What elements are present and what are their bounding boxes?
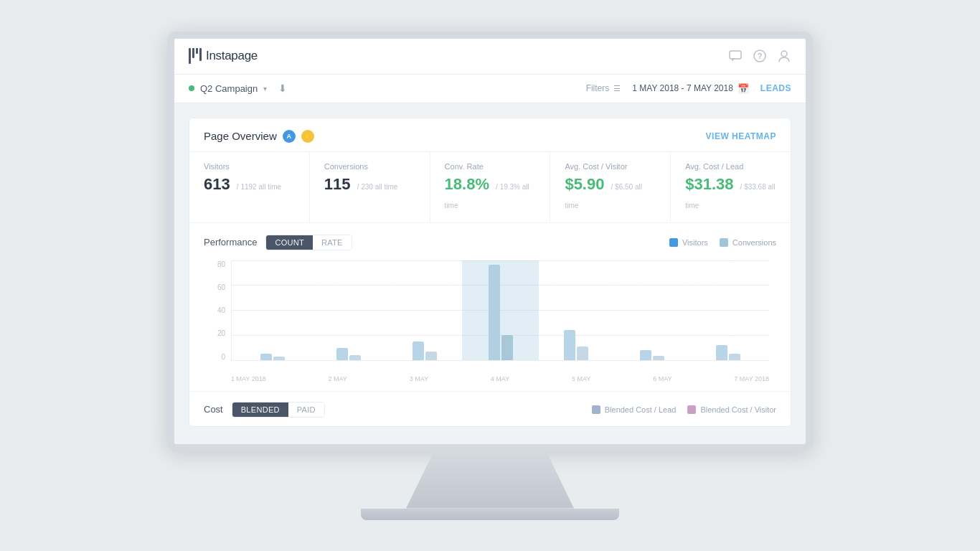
x-label-6: 6 MAY [653, 375, 672, 382]
svg-point-7 [781, 51, 787, 57]
app-title: Instapage [206, 49, 258, 63]
performance-tab-group: COUNT RATE [265, 235, 352, 250]
logo-icon [189, 48, 202, 64]
avg-cost-lead-value: $31.38 / $33.68 all time [685, 175, 776, 212]
svg-rect-4 [730, 51, 741, 59]
filters-control[interactable]: Filters ☰ [586, 83, 621, 93]
performance-section: Performance COUNT RATE Visitors [189, 223, 791, 392]
cost-tab-group: BLENDED PAID [232, 402, 325, 418]
date-range-picker[interactable]: 1 MAY 2018 - 7 MAY 2018 📅 [632, 83, 749, 94]
y-label-40: 40 [217, 306, 225, 314]
x-label-2: 2 MAY [329, 375, 347, 382]
x-label-5: 5 MAY [572, 375, 590, 382]
status-indicator [189, 85, 194, 91]
view-heatmap-button[interactable]: VIEW HEATMAP [706, 131, 776, 141]
logo: Instapage [189, 48, 258, 64]
avg-cost-lead-label: Avg. Cost / Lead [685, 162, 776, 171]
chevron-down-icon: ▾ [263, 85, 267, 93]
stat-visitors: Visitors 613 / 1192 all time [189, 152, 310, 222]
page-overview-title: Page Overview [204, 130, 277, 142]
conversions-legend-color [720, 238, 728, 247]
cost-controls: Cost BLENDED PAID [204, 402, 325, 418]
conversions-sub: / 230 all time [357, 183, 398, 191]
visitors-value: 613 / 1192 all time [204, 175, 295, 194]
cost-header: Cost BLENDED PAID Blended Cost / Lead [204, 402, 776, 418]
blended-visitor-label: Blended Cost / Visitor [700, 405, 776, 414]
x-label-3: 3 MAY [410, 375, 428, 382]
y-label-60: 60 [217, 283, 225, 291]
performance-legend: Visitors Conversions [669, 238, 776, 247]
legend-visitors: Visitors [669, 238, 708, 247]
trend-line-svg [232, 260, 769, 360]
svg-text:?: ? [758, 52, 763, 60]
tab-rate[interactable]: RATE [313, 235, 352, 250]
tab-paid[interactable]: PAID [288, 402, 324, 417]
header-icons: ? [728, 49, 791, 63]
conv-rate-value: 18.8% / 19.3% all time [445, 175, 536, 212]
conv-rate-sub: / 19.3% all time [445, 183, 529, 209]
sub-header: Q2 Campaign ▾ ⬇ Filters ☰ 1 MAY 2018 - 7… [174, 75, 806, 103]
x-label-4: 4 MAY [491, 375, 509, 382]
stat-conversions: Conversions 115 / 230 all time [310, 152, 430, 222]
stat-conv-rate: Conv. Rate 18.8% / 19.3% all time [430, 152, 551, 222]
x-axis: 1 MAY 2018 2 MAY 3 MAY 4 MAY 5 MAY 6 MAY… [231, 375, 769, 382]
user-icon[interactable] [777, 49, 791, 63]
avg-cost-lead-sub: / $33.68 all time [685, 183, 775, 209]
help-icon[interactable]: ? [753, 49, 767, 63]
x-label-7: 7 MAY 2018 [734, 375, 769, 382]
x-label-1: 1 MAY 2018 [231, 375, 266, 382]
cost-title: Cost [204, 404, 223, 415]
campaign-selector[interactable]: Q2 Campaign ▾ ⬇ [189, 83, 287, 94]
cost-section: Cost BLENDED PAID Blended Cost / Lead [189, 392, 791, 418]
y-label-0: 0 [221, 353, 225, 361]
conversions-value: 115 / 230 all time [324, 175, 415, 194]
conv-rate-label: Conv. Rate [445, 162, 536, 171]
campaign-name: Q2 Campaign [200, 83, 258, 94]
date-range-text: 1 MAY 2018 - 7 MAY 2018 [632, 83, 733, 93]
perf-controls: Performance COUNT RATE [204, 235, 352, 250]
y-axis: 80 60 40 20 0 [211, 260, 231, 361]
svg-rect-2 [196, 48, 198, 54]
icon-b: ⚡ [301, 130, 314, 143]
legend-blended-visitor: Blended Cost / Visitor [687, 405, 776, 414]
legend-blended-lead: Blended Cost / Lead [592, 405, 677, 414]
legend-conversions: Conversions [720, 238, 776, 247]
tab-count[interactable]: COUNT [266, 235, 313, 250]
y-label-80: 80 [217, 260, 225, 268]
leads-filter[interactable]: LEADS [760, 83, 791, 93]
tab-blended[interactable]: BLENDED [232, 402, 288, 417]
app-header: Instapage ? [174, 39, 806, 75]
page-overview-card: Page Overview A ⚡ VIEW HEATMAP Visitors … [189, 118, 791, 427]
visitors-label: Visitors [204, 162, 295, 171]
performance-header: Performance COUNT RATE Visitors [204, 235, 776, 250]
avg-cost-visitor-label: Avg. Cost / Visitor [565, 162, 656, 171]
blended-visitor-color [687, 405, 696, 414]
svg-rect-1 [192, 48, 194, 58]
visitors-legend-color [669, 238, 678, 247]
sub-header-controls: Filters ☰ 1 MAY 2018 - 7 MAY 2018 📅 LEAD… [586, 83, 791, 94]
filters-text: Filters [586, 83, 610, 93]
blended-lead-label: Blended Cost / Lead [605, 405, 677, 414]
stat-avg-cost-lead: Avg. Cost / Lead $31.38 / $33.68 all tim… [671, 152, 791, 222]
chart-area [231, 260, 769, 361]
visitors-sub: / 1192 all time [237, 183, 281, 191]
filter-icon: ☰ [613, 84, 621, 93]
avg-cost-visitor-sub: / $6.50 all time [565, 183, 642, 209]
performance-chart: 80 60 40 20 0 [204, 260, 776, 382]
calendar-icon: 📅 [738, 83, 749, 94]
conversions-label: Conversions [324, 162, 415, 171]
chat-icon[interactable] [728, 49, 743, 63]
cost-legend: Blended Cost / Lead Blended Cost / Visit… [592, 405, 776, 414]
avg-cost-visitor-value: $5.90 / $6.50 all time [565, 175, 656, 212]
monitor-stand [397, 451, 583, 509]
icon-a: A [283, 130, 296, 143]
svg-rect-0 [189, 48, 191, 64]
stat-avg-cost-visitor: Avg. Cost / Visitor $5.90 / $6.50 all ti… [550, 152, 671, 222]
y-label-20: 20 [217, 329, 225, 337]
stats-row: Visitors 613 / 1192 all time Conversions… [189, 152, 791, 223]
visitors-legend-label: Visitors [682, 238, 708, 247]
svg-rect-3 [199, 48, 202, 61]
card-title: Page Overview A ⚡ [204, 130, 314, 143]
download-icon[interactable]: ⬇ [278, 83, 287, 94]
card-header: Page Overview A ⚡ VIEW HEATMAP [189, 118, 791, 152]
